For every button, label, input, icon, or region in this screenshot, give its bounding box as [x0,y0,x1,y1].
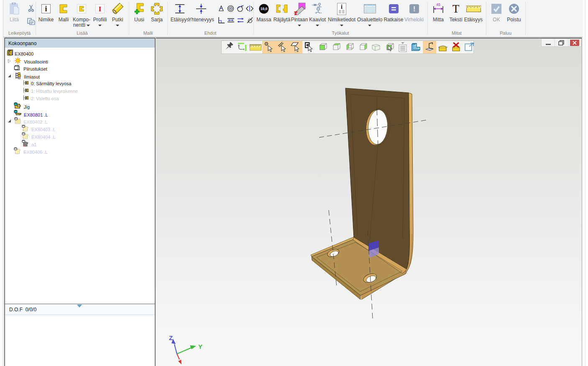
svg-text:i: i [341,4,343,10]
svg-text:!: ! [413,5,415,13]
svg-text:i: i [45,5,47,13]
svg-text:Y: Y [198,343,202,350]
svg-text:I: I [99,5,102,13]
svg-text:T: T [453,3,460,14]
svg-text:45: 45 [436,3,440,7]
svg-text:Z: Z [169,334,173,341]
svg-text:X: X [177,364,181,366]
svg-text:10,0: 10,0 [261,7,268,11]
